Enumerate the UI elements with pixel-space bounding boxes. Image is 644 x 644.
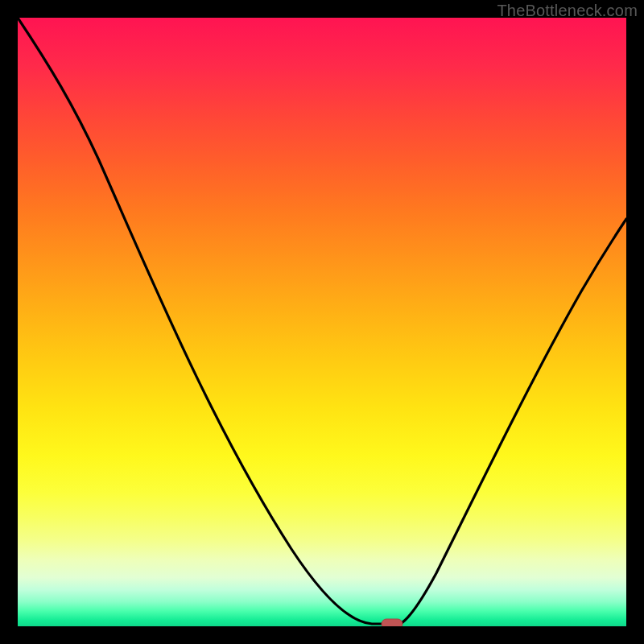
bottleneck-curve-left <box>18 18 393 624</box>
optimum-marker <box>382 619 402 626</box>
curve-layer <box>18 18 626 626</box>
watermark-text: TheBottleneck.com <box>497 2 638 20</box>
plot-area <box>18 18 626 626</box>
bottleneck-curve-right <box>400 219 626 624</box>
chart-frame: TheBottleneck.com <box>0 0 644 644</box>
